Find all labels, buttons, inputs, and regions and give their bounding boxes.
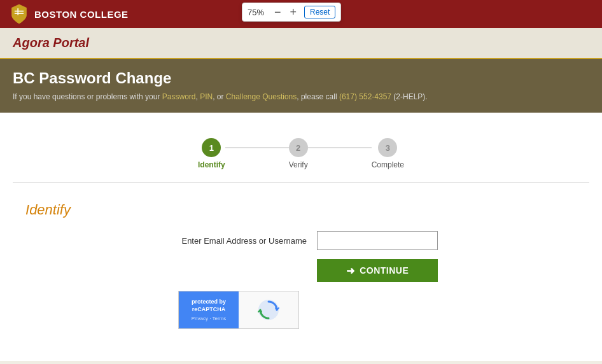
step-2-label: Verify <box>289 160 308 169</box>
phone-number: (617) 552-4357 <box>339 92 391 101</box>
page-banner: BC Password Change If you have questions… <box>0 59 602 113</box>
svg-rect-0 <box>15 11 24 12</box>
email-form-row: Enter Email Address or Username <box>25 231 577 250</box>
step-1-circle: 1 <box>202 138 221 157</box>
portal-prefix: Agora <box>13 36 50 50</box>
continue-button-row: ➜ CONTINUE <box>25 259 577 282</box>
banner-description: If you have questions or problems with y… <box>13 92 589 101</box>
step-2-circle: 2 <box>289 138 308 157</box>
password-link[interactable]: Password <box>162 92 196 101</box>
step-3-label: Complete <box>372 160 404 169</box>
portal-name: Portal <box>53 36 89 50</box>
step-complete: 3 Complete <box>372 138 404 169</box>
svg-rect-2 <box>17 8 18 15</box>
step-identify: 1 Identify <box>198 138 225 169</box>
identify-heading: Identify <box>25 202 577 218</box>
step-1-label: Identify <box>198 160 225 169</box>
main-content: 1 Identify 2 Verify 3 Complete Identify … <box>0 113 602 361</box>
continue-label: CONTINUE <box>360 265 409 276</box>
college-name-text: BOSTON COLLEGE <box>34 9 129 20</box>
recaptcha-text: protected by reCAPTCHA <box>183 298 235 313</box>
zoom-decrease-button[interactable]: − <box>273 6 283 18</box>
steps-progress: 1 Identify 2 Verify 3 Complete <box>13 125 589 176</box>
svg-rect-1 <box>15 13 24 14</box>
identify-section: Identify Enter Email Address or Username… <box>13 195 589 342</box>
recaptcha-badge: protected by reCAPTCHA Privacy · Terms <box>178 291 299 329</box>
continue-button[interactable]: ➜ CONTINUE <box>317 259 438 282</box>
section-divider <box>13 182 589 183</box>
email-input[interactable] <box>317 231 438 250</box>
svg-point-3 <box>258 300 279 320</box>
zoom-controls: 75% − + Reset <box>242 3 341 22</box>
bc-shield-icon <box>10 4 28 24</box>
zoom-increase-button[interactable]: + <box>289 6 298 18</box>
sub-header: Agora Portal <box>0 28 602 59</box>
step-connector-2 <box>308 147 372 148</box>
step-verify: 2 Verify <box>289 138 308 169</box>
challenge-questions-link[interactable]: Challenge Questions <box>226 92 297 101</box>
header: BOSTON COLLEGE 75% − + Reset <box>0 0 602 28</box>
portal-title: Agora Portal <box>13 36 589 50</box>
banner-title: BC Password Change <box>13 69 589 87</box>
zoom-value: 75% <box>248 8 267 17</box>
step-3-circle: 3 <box>378 138 397 157</box>
continue-arrow-icon: ➜ <box>346 265 355 277</box>
recaptcha-row: protected by reCAPTCHA Privacy · Terms <box>178 291 577 329</box>
pin-link[interactable]: PIN <box>200 92 213 101</box>
recaptcha-right <box>239 291 298 328</box>
recaptcha-logo-icon <box>256 298 281 322</box>
recaptcha-links: Privacy · Terms <box>192 316 227 321</box>
college-logo: BOSTON COLLEGE <box>10 4 129 24</box>
step-connector-1 <box>225 147 289 148</box>
identify-title-rest: dentify <box>29 202 71 218</box>
email-label: Enter Email Address or Username <box>164 236 317 246</box>
recaptcha-left: protected by reCAPTCHA Privacy · Terms <box>179 291 239 328</box>
zoom-reset-button[interactable]: Reset <box>304 6 335 18</box>
